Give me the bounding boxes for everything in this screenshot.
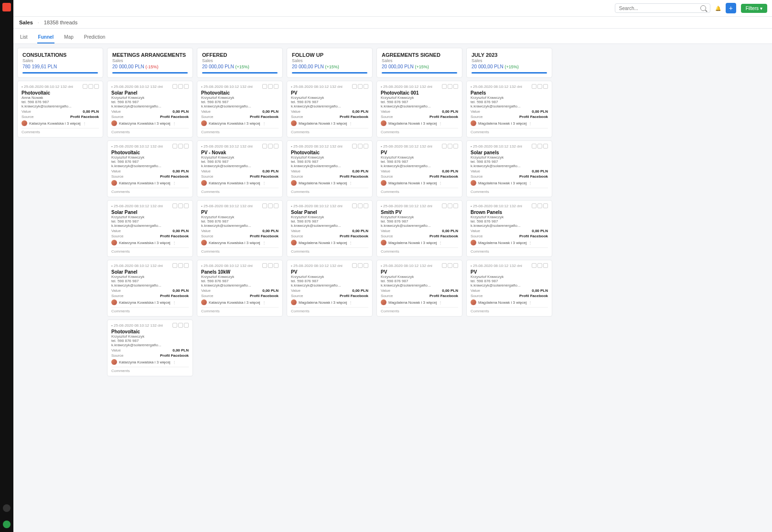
more-icon[interactable]: ⋮: [439, 181, 442, 185]
card-comments-label[interactable]: Comments: [111, 307, 189, 313]
card-comments-label[interactable]: Comments: [21, 128, 99, 134]
card-comments-label[interactable]: Comments: [471, 307, 548, 313]
search-input[interactable]: [619, 6, 700, 11]
bell-icon[interactable]: 🔔: [715, 6, 721, 11]
card-comments-label[interactable]: Comments: [291, 307, 368, 313]
more-icon[interactable]: ⋮: [83, 121, 86, 126]
deal-card[interactable]: • 25-08-2020 08:10:12 132 dniPVKrzysztof…: [376, 260, 462, 317]
card-action-icons[interactable]: [352, 263, 368, 268]
breadcrumb-section[interactable]: Sales: [19, 20, 33, 25]
card-comments-label[interactable]: Comments: [471, 188, 548, 194]
filters-button[interactable]: Filters ▾: [741, 4, 767, 13]
card-action-icons[interactable]: [532, 84, 548, 89]
card-comments-label[interactable]: Comments: [111, 367, 189, 373]
deal-card[interactable]: • 25-08-2020 08:10:12 132 dniPVKrzysztof…: [287, 81, 373, 138]
deal-card[interactable]: • 25-08-2020 08:10:12 132 dniSolar Panel…: [107, 260, 193, 317]
card-action-icons[interactable]: [172, 203, 189, 208]
tab-funnel[interactable]: Funnel: [37, 32, 55, 43]
card-action-icons[interactable]: [172, 144, 189, 149]
deal-card[interactable]: • 25-08-2020 08:10:12 132 dniPVKrzysztof…: [287, 260, 373, 317]
deal-card[interactable]: • 25-08-2020 08:10:12 132 dniPhotovoltai…: [376, 81, 462, 138]
card-comments-label[interactable]: Comments: [471, 128, 548, 134]
card-action-icons[interactable]: [442, 84, 458, 89]
user-avatar-icon[interactable]: [3, 504, 11, 512]
deal-card[interactable]: • 25-08-2020 08:10:12 132 dniBrown Panel…: [466, 200, 552, 257]
card-action-icons[interactable]: [262, 203, 279, 208]
card-comments-label[interactable]: Comments: [111, 128, 189, 134]
card-action-icons[interactable]: [172, 84, 189, 89]
more-icon[interactable]: ⋮: [528, 300, 532, 305]
card-action-icons[interactable]: [442, 263, 458, 268]
add-button[interactable]: +: [726, 3, 736, 13]
deal-card[interactable]: • 25-08-2020 08:10:12 132 dniSolar Panel…: [107, 81, 193, 138]
card-comments-label[interactable]: Comments: [291, 188, 368, 194]
deal-card[interactable]: • 25-08-2020 08:10:12 132 dniPhotovoltai…: [287, 140, 373, 197]
card-action-icons[interactable]: [532, 144, 548, 149]
more-icon[interactable]: ⋮: [528, 181, 532, 185]
timer-icon[interactable]: [3, 521, 11, 528]
card-action-icons[interactable]: [262, 144, 279, 149]
more-icon[interactable]: ⋮: [528, 121, 532, 126]
deal-card[interactable]: • 25-08-2020 08:10:12 132 dniPhotovoltai…: [107, 319, 193, 376]
deal-card[interactable]: • 25-08-2020 08:10:12 132 dniSolar panel…: [466, 140, 552, 197]
card-action-icons[interactable]: [352, 84, 368, 89]
deal-card[interactable]: • 25-08-2020 08:10:12 132 dniPanels 10kW…: [197, 260, 283, 317]
more-icon[interactable]: ⋮: [172, 181, 176, 185]
tab-prediction[interactable]: Prediction: [83, 32, 106, 43]
card-comments-label[interactable]: Comments: [381, 128, 458, 134]
card-action-icons[interactable]: [262, 84, 279, 89]
card-comments-label[interactable]: Comments: [201, 247, 279, 254]
card-comments-label[interactable]: Comments: [201, 307, 279, 313]
card-comments-label[interactable]: Comments: [381, 188, 458, 194]
card-comments-label[interactable]: Comments: [291, 128, 368, 134]
deal-card[interactable]: • 25-08-2020 08:10:12 132 dniSmith PVKrz…: [376, 200, 462, 257]
more-icon[interactable]: ⋮: [172, 121, 176, 126]
deal-card[interactable]: • 25-08-2020 08:10:12 132 dniSolar Panel…: [287, 200, 373, 257]
card-action-icons[interactable]: [442, 144, 458, 149]
card-action-icons[interactable]: [262, 263, 279, 268]
card-comments-label[interactable]: Comments: [291, 247, 368, 254]
tab-list[interactable]: List: [19, 32, 29, 43]
tab-map[interactable]: Map: [63, 32, 74, 43]
more-icon[interactable]: ⋮: [172, 300, 176, 305]
deal-card[interactable]: • 25-08-2020 08:10:12 132 dniPhotovoltai…: [17, 81, 103, 138]
more-icon[interactable]: ⋮: [439, 300, 442, 305]
card-comments-label[interactable]: Comments: [381, 247, 458, 254]
more-icon[interactable]: ⋮: [349, 181, 353, 185]
deal-card[interactable]: • 25-08-2020 08:10:12 132 dniPhotovoltai…: [107, 140, 193, 197]
deal-card[interactable]: • 25-08-2020 08:10:12 132 dniPVKrzysztof…: [376, 140, 462, 197]
card-action-icons[interactable]: [532, 263, 548, 268]
more-icon[interactable]: ⋮: [528, 241, 532, 245]
deal-card[interactable]: • 25-08-2020 08:10:12 132 dniPVKrzysztof…: [466, 260, 552, 317]
card-comments-label[interactable]: Comments: [201, 188, 279, 194]
card-action-icons[interactable]: [352, 144, 368, 149]
card-comments-label[interactable]: Comments: [111, 247, 189, 254]
more-icon[interactable]: ⋮: [262, 241, 266, 245]
more-icon[interactable]: ⋮: [172, 241, 176, 245]
card-action-icons[interactable]: [83, 84, 99, 89]
card-comments-label[interactable]: Comments: [381, 307, 458, 313]
more-icon[interactable]: ⋮: [349, 300, 353, 305]
search-box[interactable]: [615, 3, 710, 13]
card-comments-label[interactable]: Comments: [471, 247, 548, 254]
more-icon[interactable]: ⋮: [262, 181, 266, 185]
card-action-icons[interactable]: [532, 203, 548, 208]
more-icon[interactable]: ⋮: [349, 121, 353, 126]
card-comments-label[interactable]: Comments: [111, 188, 189, 194]
more-icon[interactable]: ⋮: [262, 121, 266, 126]
card-action-icons[interactable]: [172, 323, 189, 328]
card-action-icons[interactable]: [442, 203, 458, 208]
deal-card[interactable]: • 25-08-2020 08:10:12 132 dniPVKrzysztof…: [197, 200, 283, 257]
deal-card[interactable]: • 25-08-2020 08:10:12 132 dniPanelsKrzys…: [466, 81, 552, 138]
deal-card[interactable]: • 25-08-2020 08:10:12 132 dniPV - NovakK…: [197, 140, 283, 197]
more-icon[interactable]: ⋮: [439, 121, 442, 126]
more-icon[interactable]: ⋮: [262, 300, 266, 305]
more-icon[interactable]: ⋮: [172, 360, 176, 364]
more-icon[interactable]: ⋮: [349, 241, 353, 245]
deal-card[interactable]: • 25-08-2020 08:10:12 132 dniSolar Panel…: [107, 200, 193, 257]
card-comments-label[interactable]: Comments: [201, 128, 279, 134]
deal-card[interactable]: • 25-08-2020 08:10:12 132 dniPhotovoltai…: [197, 81, 283, 138]
more-icon[interactable]: ⋮: [439, 241, 442, 245]
card-action-icons[interactable]: [172, 263, 189, 268]
card-action-icons[interactable]: [352, 203, 368, 208]
